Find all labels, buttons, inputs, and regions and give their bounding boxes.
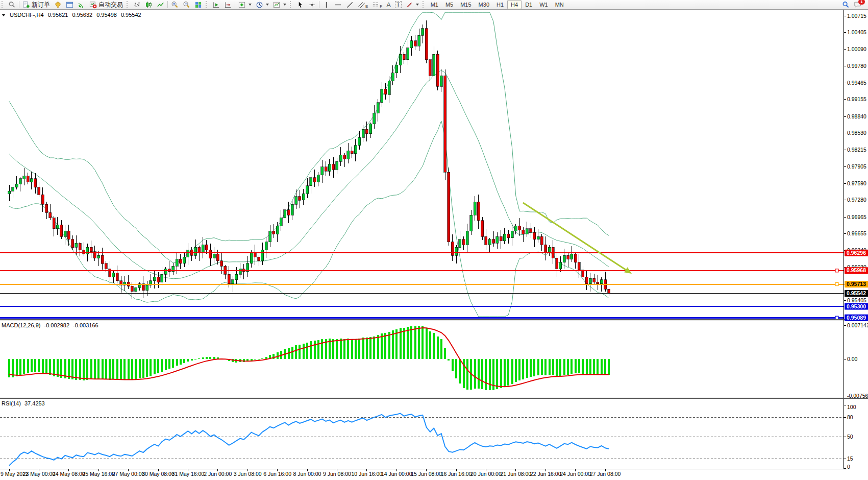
timeframe-h1[interactable]: H1 [493, 0, 507, 9]
arrows-tool-button[interactable] [404, 1, 421, 9]
svg-text:100: 100 [847, 404, 856, 410]
cursor-tool-button[interactable] [294, 1, 306, 9]
macd-panel: 0.0071420.00-0.007561 [8, 322, 868, 399]
timeframe-m1[interactable]: M1 [427, 0, 442, 9]
line-chart-button[interactable] [155, 1, 166, 9]
line-handle [835, 316, 838, 319]
zoom-in-button[interactable] [169, 1, 181, 9]
dropdown-caret-icon [416, 4, 419, 6]
fibonacci-tool-button[interactable]: F [370, 1, 384, 9]
svg-text:14 Jun 00:00: 14 Jun 00:00 [381, 471, 412, 477]
svg-text:22 Jun 16:00: 22 Jun 16:00 [530, 471, 561, 477]
vertical-line-tool-button[interactable] [320, 1, 332, 9]
new-order-icon [22, 1, 30, 9]
toolbar-grip [127, 1, 130, 8]
arrow-shape-icon [406, 1, 413, 9]
dropdown-caret-icon [283, 4, 286, 6]
svg-text:2 Jun 00:00: 2 Jun 00:00 [204, 471, 232, 477]
signal-waves-icon [78, 1, 85, 9]
timeframe-mn[interactable]: MN [552, 0, 567, 9]
metaeditor-button[interactable] [52, 1, 64, 9]
search-button[interactable] [840, 1, 852, 9]
svg-text:0.00: 0.00 [847, 356, 858, 362]
svg-text:80: 80 [847, 414, 853, 420]
bar-low: 0.95498 [96, 12, 117, 18]
svg-text:15 Jun 08:00: 15 Jun 08:00 [411, 471, 442, 477]
fibonacci-icon [372, 1, 380, 9]
text-label-tool-button[interactable]: T [393, 1, 404, 9]
templates-button[interactable] [271, 1, 288, 9]
svg-text:1.00405: 1.00405 [847, 29, 866, 35]
horizontal-line-icon [334, 1, 342, 9]
tile-windows-button[interactable] [192, 1, 204, 9]
rsi-value: 37.4253 [24, 400, 45, 406]
svg-text:0.96965: 0.96965 [847, 214, 866, 220]
svg-text:3 Jun 08:00: 3 Jun 08:00 [234, 471, 262, 477]
timeframe-w1[interactable]: W1 [536, 0, 552, 9]
chat-button[interactable]: 1 [852, 1, 866, 9]
add-indicator-icon [238, 1, 246, 9]
svg-text:0.97590: 0.97590 [847, 180, 866, 186]
search-file-button[interactable] [6, 1, 18, 9]
svg-text:0.98530: 0.98530 [847, 130, 866, 136]
vertical-line-icon [323, 1, 330, 9]
tile-windows-icon [194, 1, 202, 9]
chart-window-button[interactable] [64, 1, 76, 9]
svg-text:10 Jun 16:00: 10 Jun 16:00 [351, 471, 382, 477]
macd-value: -0.002982 [44, 322, 69, 328]
timeframe-m30[interactable]: M30 [475, 0, 493, 9]
search-icon [842, 1, 850, 9]
chart-shift-icon [224, 1, 232, 9]
collapse-icon[interactable] [2, 14, 6, 16]
equidistant-channel-tool-button[interactable]: E [356, 1, 370, 9]
timeframe-m15[interactable]: M15 [457, 0, 475, 9]
svg-text:0.96655: 0.96655 [847, 230, 866, 236]
horizontal-line-tool-button[interactable] [332, 1, 344, 9]
bar-chart-button[interactable] [131, 1, 143, 9]
candles-layer [8, 20, 610, 299]
svg-text:1.00715: 1.00715 [847, 13, 866, 19]
autoscroll-button[interactable] [210, 1, 222, 9]
signals-button[interactable] [76, 1, 87, 9]
svg-text:0.95968: 0.95968 [847, 267, 866, 273]
svg-text:9 Jun 08:00: 9 Jun 08:00 [323, 471, 351, 477]
svg-text:24 Jun 00:00: 24 Jun 00:00 [560, 471, 591, 477]
text-tool-button[interactable]: A [384, 1, 393, 9]
chart-canvas[interactable]: 1.007151.004051.000900.997800.994650.991… [0, 10, 868, 480]
channel-glyph: E [365, 4, 368, 9]
svg-text:27 Jun 08:00: 27 Jun 08:00 [590, 471, 621, 477]
macd-signal-value: -0.003166 [73, 322, 98, 328]
chart-shift-button[interactable] [222, 1, 234, 9]
bar-open: 0.95621 [48, 12, 68, 18]
periods-button[interactable] [254, 1, 271, 9]
line-handle [835, 283, 838, 286]
timeframe-h4[interactable]: H4 [507, 0, 522, 9]
macd-indicator-label: MACD(12,26,9) -0.002982 -0.003166 [2, 322, 101, 328]
clock-icon [256, 1, 263, 9]
timeframe-group: M1M5M15M30H1H4D1W1MN [427, 0, 567, 9]
zoom-out-button[interactable] [181, 1, 192, 9]
candlestick-icon [145, 1, 153, 9]
price-axis[interactable]: 1.007151.004051.000900.997800.994650.991… [844, 13, 868, 321]
svg-text:1.00090: 1.00090 [847, 46, 866, 52]
new-order-button[interactable]: 新订单 [20, 1, 52, 9]
indicators-button[interactable] [236, 1, 254, 9]
trendline-tool-button[interactable] [344, 1, 356, 9]
svg-text:20 Jun 00:00: 20 Jun 00:00 [470, 471, 502, 477]
toolbar-grip [2, 1, 5, 8]
time-axis[interactable]: 9 May 202223 May 00:0024 May 08:0025 May… [1, 469, 621, 477]
bar-close: 0.95542 [121, 12, 141, 18]
macd-name: MACD(12,26,9) [2, 322, 40, 328]
candlestick-chart-button[interactable] [143, 1, 155, 9]
separator [319, 1, 319, 8]
chart-title: USDCHF-,H4 0.95621 0.95632 0.95498 0.955… [2, 12, 143, 18]
crosshair-tool-button[interactable] [306, 1, 318, 9]
autotrading-button[interactable]: 自动交易 [87, 1, 125, 9]
timeframe-m5[interactable]: M5 [442, 0, 457, 9]
price-hlines[interactable] [0, 253, 844, 319]
symbol-period: USDCHF-,H4 [10, 12, 44, 18]
trendline-icon [346, 1, 354, 9]
timeframe-d1[interactable]: D1 [522, 0, 536, 9]
svg-text:0: 0 [847, 464, 850, 470]
new-order-label: 新订单 [32, 1, 50, 9]
